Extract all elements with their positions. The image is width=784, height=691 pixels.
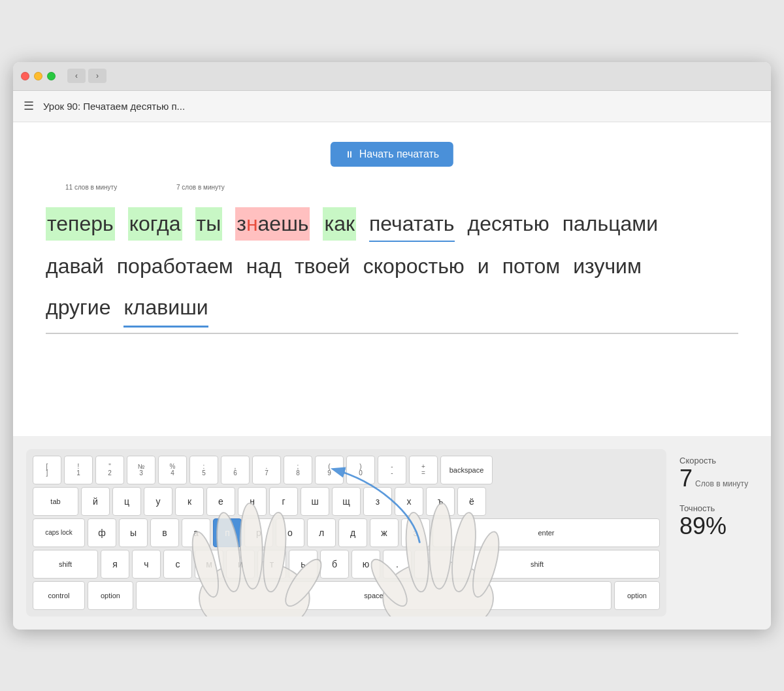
word-давай: давай (46, 250, 104, 283)
key-у[interactable]: у (144, 487, 172, 516)
content-area: ⏸ Начать печатать 11 слов в минуту 7 сло… (13, 122, 771, 436)
key-ё[interactable]: ё (457, 487, 486, 516)
key-ч[interactable]: ч (132, 550, 161, 579)
key-ж[interactable]: ж (370, 518, 399, 547)
key-dot[interactable]: . (383, 550, 412, 579)
close-button[interactable] (21, 72, 29, 80)
key-я[interactable]: я (101, 550, 129, 579)
word-пальцами: пальцами (563, 207, 658, 241)
key-н[interactable]: н (238, 487, 267, 516)
word-скоростью: скоростью (363, 250, 465, 283)
key-1[interactable]: !1 (64, 456, 93, 484)
key-9[interactable]: (9 (315, 456, 344, 484)
key-6[interactable]: ,6 (221, 456, 250, 484)
key-к[interactable]: к (175, 487, 204, 516)
accuracy-value: 89% (679, 514, 758, 538)
key-backspace[interactable]: backspace (440, 456, 493, 484)
key-б[interactable]: б (320, 550, 349, 579)
key-0[interactable]: )0 (346, 456, 375, 484)
start-button-label: Начать печатать (359, 148, 439, 160)
key-а[interactable]: а (182, 518, 210, 547)
key-щ[interactable]: щ (332, 487, 361, 516)
nav-arrows: ‹ › (67, 69, 106, 83)
key-bracket[interactable]: [] (33, 456, 61, 484)
key-х[interactable]: х (395, 487, 423, 516)
key-ю[interactable]: ю (351, 550, 380, 579)
back-button[interactable]: ‹ (67, 69, 86, 83)
key-7[interactable]: .7 (252, 456, 281, 484)
key-row-tab: tab й ц у к е н г ш щ з х ъ ё (33, 487, 660, 516)
pause-icon: ⏸ (345, 149, 354, 160)
word-ты: ты (195, 207, 223, 241)
word-когда: когда (128, 207, 182, 241)
key-л[interactable]: л (307, 518, 336, 547)
key-ш[interactable]: ш (301, 487, 329, 516)
key-row-shift: shift я ч с м и т ь б ю . shift (33, 550, 660, 579)
speed-unit: Слов в минуту (695, 479, 748, 488)
minimize-button[interactable] (34, 72, 42, 80)
speed-value: 7 (679, 467, 693, 490)
maximize-button[interactable] (47, 72, 56, 80)
word-десятью: десятью (468, 207, 549, 241)
key-з[interactable]: з (363, 487, 392, 516)
key-caps[interactable]: caps lock (33, 518, 85, 547)
word-клавиши: клавиши (123, 291, 208, 328)
key-ф[interactable]: ф (88, 518, 116, 547)
key-и[interactable]: и (226, 550, 255, 579)
start-button[interactable]: ⏸ Начать печатать (331, 142, 453, 167)
word-печатать: печатать (369, 207, 455, 242)
key-ц[interactable]: ц (112, 487, 141, 516)
speed-label: Скорость (679, 456, 758, 465)
keyboard-wrapper: [] !1 "2 №3 %4 :5 ,6 .7 ;8 (9 )0 -- += b… (26, 449, 666, 616)
key-minus[interactable]: -- (378, 456, 406, 484)
accuracy-stat: Точность 89% (679, 503, 758, 538)
word-как: как (323, 207, 356, 241)
key-row-caps: caps lock ф ы в а п р о л д ж э enter (33, 518, 660, 547)
app-window: ‹ › ☰ Урок 90: Печатаем десятью п... ⏸ Н… (13, 62, 771, 630)
key-4[interactable]: %4 (158, 456, 187, 484)
key-г[interactable]: г (269, 487, 298, 516)
menu-icon[interactable]: ☰ (24, 99, 34, 113)
word-знаешь: знаешь (235, 207, 310, 241)
key-э[interactable]: э (401, 518, 430, 547)
word-твоей: твоей (295, 250, 350, 283)
key-ь[interactable]: ь (289, 550, 318, 579)
key-8[interactable]: ;8 (284, 456, 312, 484)
key-д[interactable]: д (338, 518, 367, 547)
key-в[interactable]: в (150, 518, 179, 547)
key-р[interactable]: р (244, 518, 273, 547)
titlebar: ‹ › (13, 62, 771, 91)
forward-button[interactable]: › (88, 69, 106, 83)
word-и: и (478, 250, 489, 283)
key-option-right[interactable]: option (614, 581, 660, 610)
key-control[interactable]: control (33, 581, 85, 610)
key-ъ[interactable]: ъ (426, 487, 455, 516)
wpm2-badge: 7 слов в минуту (176, 182, 225, 193)
key-5[interactable]: :5 (189, 456, 218, 484)
key-о[interactable]: о (276, 518, 304, 547)
text-line-1: теперь когда ты знаешь как печатать деся… (46, 207, 738, 242)
toolbar: ☰ Урок 90: Печатаем десятью п... (13, 91, 771, 122)
keyboard: [] !1 "2 №3 %4 :5 ,6 .7 ;8 (9 )0 -- += b… (26, 449, 666, 616)
key-option-left[interactable]: option (88, 581, 133, 610)
speed-stat: Скорость 7 Слов в минуту (679, 456, 758, 490)
key-equals[interactable]: += (409, 456, 438, 484)
key-shift-right[interactable]: shift (414, 550, 660, 579)
word-изучим: изучим (573, 250, 642, 283)
key-space[interactable]: space (136, 581, 612, 610)
key-т[interactable]: т (257, 550, 286, 579)
key-п[interactable]: п (213, 518, 242, 547)
word-поработаем: поработаем (117, 250, 233, 283)
typing-area: 11 слов в минуту 7 слов в минуту теперь … (46, 194, 738, 335)
key-enter[interactable]: enter (433, 518, 660, 547)
key-2[interactable]: "2 (95, 456, 124, 484)
key-tab[interactable]: tab (33, 487, 78, 516)
word-другие: другие (46, 291, 110, 328)
key-й[interactable]: й (81, 487, 110, 516)
key-с[interactable]: с (163, 550, 192, 579)
key-shift-left[interactable]: shift (33, 550, 98, 579)
key-ы[interactable]: ы (119, 518, 148, 547)
key-е[interactable]: е (206, 487, 235, 516)
key-м[interactable]: м (195, 550, 223, 579)
key-3[interactable]: №3 (127, 456, 155, 484)
